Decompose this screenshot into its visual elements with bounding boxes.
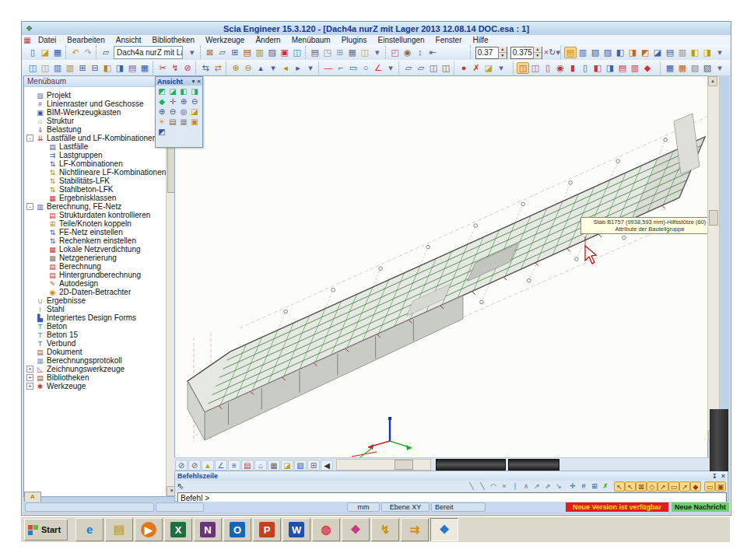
tree-item-stahlbeton-lfk[interactable]: ⇅Stahlbeton-LFK: [24, 185, 166, 194]
tree-item-lastgruppen[interactable]: ⇉Lastgruppen: [24, 151, 166, 159]
unlink-icon[interactable]: ⇄: [212, 62, 224, 74]
tree-item-berechnungsprotokoll[interactable]: ▦Berechnungsprotokoll: [24, 356, 166, 365]
storey-icon[interactable]: ▤: [241, 460, 254, 471]
persp-icon[interactable]: ◩: [156, 127, 167, 137]
zoom-out-icon[interactable]: ⊖: [242, 62, 254, 74]
message-badge[interactable]: Neue Nachricht: [672, 502, 729, 512]
cascade-windows-icon[interactable]: ▱: [216, 47, 229, 58]
select-by-property-icon[interactable]: ⊟: [89, 62, 101, 74]
tree-expander-icon[interactable]: +: [26, 374, 33, 381]
tree-item-teile-knoten-koppeln[interactable]: ⊞Teile/Knoten koppeln: [24, 219, 166, 228]
taskbar-winamp[interactable]: ↯: [371, 518, 399, 541]
start-button[interactable]: Start: [24, 519, 68, 541]
snap-crossing-icon[interactable]: ⊠: [636, 481, 647, 492]
menu-werkzeuge[interactable]: Werkzeuge: [200, 36, 250, 44]
tree-item-fe-netz-einstellen[interactable]: ⇅FE-Netz einstellen: [24, 228, 166, 236]
menu-ansicht[interactable]: Ansicht: [110, 36, 147, 44]
taskbar-excel[interactable]: X: [164, 518, 192, 541]
taskbar-word[interactable]: W: [282, 518, 310, 541]
select-by-cursor-icon[interactable]: ◫: [26, 62, 39, 74]
toolbar-overflow-icon[interactable]: ▾: [371, 47, 384, 58]
snap-line-icon[interactable]: ╲: [466, 481, 477, 492]
coord-info-icon[interactable]: ↕: [414, 47, 426, 58]
shaded-icon[interactable]: ▨: [601, 47, 614, 58]
chevron-down-icon[interactable]: ▾: [192, 79, 195, 85]
deselect-icon[interactable]: ▤: [126, 62, 139, 74]
toolbar-overflow-icon[interactable]: ▾: [714, 62, 726, 74]
tree-item-integriertes-design-forms[interactable]: ▙Integriertes Design Forms: [24, 313, 166, 322]
snap-edge-icon[interactable]: ▭: [668, 481, 679, 492]
tree-item-werkzeuge[interactable]: +✱Werkzeuge: [24, 382, 166, 390]
link-members-icon[interactable]: ⊘: [175, 460, 188, 471]
snap-endpoint-icon[interactable]: ↖: [614, 481, 625, 492]
menu-fenster[interactable]: Fenster: [430, 36, 468, 44]
hide-grid-icon[interactable]: ▲: [202, 460, 214, 471]
zoom-window-icon[interactable]: ⊕: [156, 107, 167, 117]
scroll-up-icon[interactable]: ▲: [708, 76, 717, 86]
tree-item-beton-15[interactable]: TBeton 15: [24, 331, 166, 339]
spinner-up-icon[interactable]: ▴: [534, 47, 542, 53]
pointer-icon[interactable]: ⇖: [177, 481, 189, 492]
zoom-all-icon[interactable]: ⊖: [167, 107, 178, 117]
tree-item-linienraster-und-geschosse[interactable]: #Linienraster und Geschosse: [24, 100, 166, 108]
taskbar-scia-esa[interactable]: ❖: [342, 518, 370, 541]
snap-midpoint-icon[interactable]: ↖: [625, 481, 636, 492]
taskbar-scia-engineer[interactable]: ❖: [430, 518, 458, 541]
break-icon[interactable]: ↯: [169, 62, 181, 74]
menu-datei[interactable]: Datei: [33, 36, 61, 44]
trash-view-icon[interactable]: ▦: [178, 117, 189, 127]
snap-line2-icon[interactable]: ╲: [477, 481, 488, 492]
model-data-icon[interactable]: ◨: [604, 62, 616, 74]
close-view-icon[interactable]: ⊠: [204, 47, 216, 58]
ansicht-palette-header[interactable]: Ansicht ▾ ×: [156, 77, 202, 86]
project-combo[interactable]: Dach4a nurZ mit Lag ▾: [114, 46, 183, 59]
menu-ändern[interactable]: Ändern: [250, 36, 286, 44]
taskbar-media-player[interactable]: ▶: [135, 518, 163, 541]
cut-icon[interactable]: ✂: [156, 62, 169, 74]
project-manager-icon[interactable]: ▱: [100, 47, 112, 58]
taskbar-onenote[interactable]: N: [194, 518, 222, 541]
circle-icon[interactable]: ○: [359, 62, 372, 74]
clip-box-icon[interactable]: ▥: [676, 47, 689, 58]
select-by-layer-icon[interactable]: ◧: [101, 62, 114, 74]
spinner-down-icon[interactable]: ▾: [499, 53, 507, 59]
mirror-icon[interactable]: ◫: [427, 62, 440, 74]
snap-solid-icon[interactable]: ◆: [690, 481, 701, 492]
view-front-icon[interactable]: ◧: [689, 47, 701, 58]
pin-icon[interactable]: ↧: [712, 473, 717, 480]
loads-display-icon[interactable]: ▯: [579, 62, 591, 74]
clip-icon[interactable]: ▣: [189, 117, 200, 127]
polyline-icon[interactable]: ⌐: [335, 62, 347, 74]
perspective-icon[interactable]: ▤: [664, 47, 676, 58]
status-workplane[interactable]: Ebene XY: [381, 502, 430, 512]
menu-tree-title[interactable]: Menübaum: [24, 76, 175, 87]
mesh-display-icon[interactable]: ▤: [616, 62, 629, 74]
gallery-icon[interactable]: ▣: [279, 47, 291, 58]
spinner-up-icon[interactable]: ▴: [499, 47, 507, 53]
invert-selection-icon[interactable]: ▦: [139, 62, 151, 74]
menu-bearbeiten[interactable]: Bearbeiten: [61, 36, 110, 44]
select-by-cut-icon[interactable]: ◫: [39, 62, 51, 74]
trim-icon[interactable]: ⊘: [181, 62, 194, 74]
tree-item-verbund[interactable]: TVerbund: [24, 339, 166, 348]
orbit-icon[interactable]: ◆: [156, 96, 167, 107]
toolbar-overflow-icon[interactable]: ▾: [495, 62, 507, 74]
tree-item-rechenkern-einstellen[interactable]: ⇅Rechenkern einstellen: [24, 236, 166, 245]
snap-cursor-icon[interactable]: ✛: [567, 481, 578, 492]
document-table-icon[interactable]: ⊞: [334, 47, 346, 58]
view-x-icon[interactable]: ◧: [614, 47, 626, 58]
rendering-icon[interactable]: ◆: [641, 62, 654, 74]
snap-dot-grid-icon[interactable]: ▣: [715, 481, 726, 492]
toolbar-overflow-icon[interactable]: ▾: [186, 47, 198, 58]
member-labels-icon[interactable]: ◫: [517, 62, 529, 74]
menu-menübaum[interactable]: Menübaum: [286, 36, 336, 44]
tree-item-2d-daten-betrachter[interactable]: ◉2D-Daten-Betrachter: [24, 288, 166, 296]
open-icon[interactable]: ◪: [39, 47, 51, 58]
point-icon[interactable]: ●: [458, 62, 470, 74]
print-view-icon[interactable]: ▤: [167, 117, 178, 127]
zoom-selection-icon[interactable]: ◎: [178, 107, 189, 117]
scale-spinner-1[interactable]: 0.37 ▴ ▾: [475, 47, 507, 59]
update-alert-badge[interactable]: Neue Version ist verfügbar: [566, 502, 668, 512]
copy-icon[interactable]: ▱: [402, 62, 415, 74]
activity-icon[interactable]: ▤: [241, 47, 254, 58]
